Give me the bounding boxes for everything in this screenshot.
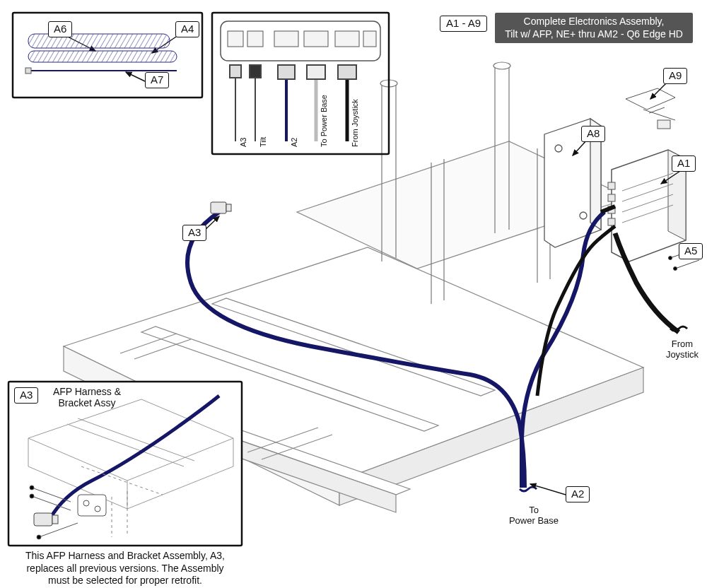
svg-rect-50 [338,65,356,79]
svg-point-62 [37,535,41,539]
title-line2: Tilt w/ AFP, NE+ thru AM2 - Q6 Edge HD [505,28,683,40]
footnote: This AFP Harness and Bracket Assembly, A… [8,550,242,587]
label-from-joystick: From Joystick [658,339,707,360]
callout-a9: A9 [663,68,687,84]
svg-rect-54 [78,495,106,516]
diagram-canvas [0,0,707,588]
inset-strips [25,34,177,74]
conn-label-a3: A3 [239,138,247,147]
svg-rect-37 [274,31,298,47]
callout-a1: A1 [672,155,696,172]
svg-line-12 [675,260,699,269]
svg-point-15 [555,145,562,152]
svg-point-2 [493,62,510,69]
svg-point-16 [580,212,587,219]
svg-rect-35 [228,31,243,47]
callout-a7: A7 [145,72,169,88]
svg-rect-42 [230,65,241,78]
title-line1: Complete Electronics Assembly, [524,16,665,27]
svg-rect-19 [226,204,231,211]
svg-rect-46 [278,65,295,79]
svg-rect-53 [52,515,58,524]
svg-rect-17 [658,120,670,129]
callout-a6: A6 [48,21,72,37]
svg-rect-8 [608,194,615,201]
svg-rect-32 [25,68,31,74]
conn-label-tpb: To Power Base [320,95,328,147]
afp-inset-label: AFP Harness & Bracket Assy [41,386,133,408]
callout-a4: A4 [175,21,199,37]
svg-rect-10 [608,218,615,225]
range-box: A1 - A9 [440,16,487,32]
svg-line-22 [126,72,145,81]
callout-a3: A3 [182,225,206,241]
svg-rect-48 [307,65,325,79]
svg-rect-40 [363,31,376,47]
svg-rect-39 [335,31,359,47]
callout-a8: A8 [581,126,605,142]
conn-label-a2: A2 [290,138,298,147]
svg-rect-18 [211,202,226,213]
svg-point-60 [30,494,34,498]
conn-label-tilt: Tilt [259,137,267,147]
cover-a9 [626,88,675,129]
svg-point-13 [669,257,672,260]
callout-a2: A2 [566,486,590,502]
svg-point-14 [674,267,677,271]
svg-rect-30 [28,51,177,62]
callout-a3-inset: A3 [14,387,38,404]
conn-label-fj: From Joystick [351,99,359,147]
svg-rect-36 [247,31,263,47]
callout-a5: A5 [679,243,703,259]
svg-point-59 [30,486,34,490]
label-to-power-base: To Power Base [502,505,566,527]
svg-rect-38 [304,31,328,47]
title-banner: Complete Electronics Assembly, Tilt w/ A… [495,13,693,43]
svg-rect-52 [34,513,52,526]
inset-connector-frame [212,13,389,154]
svg-rect-7 [608,182,615,189]
svg-rect-44 [250,65,261,78]
